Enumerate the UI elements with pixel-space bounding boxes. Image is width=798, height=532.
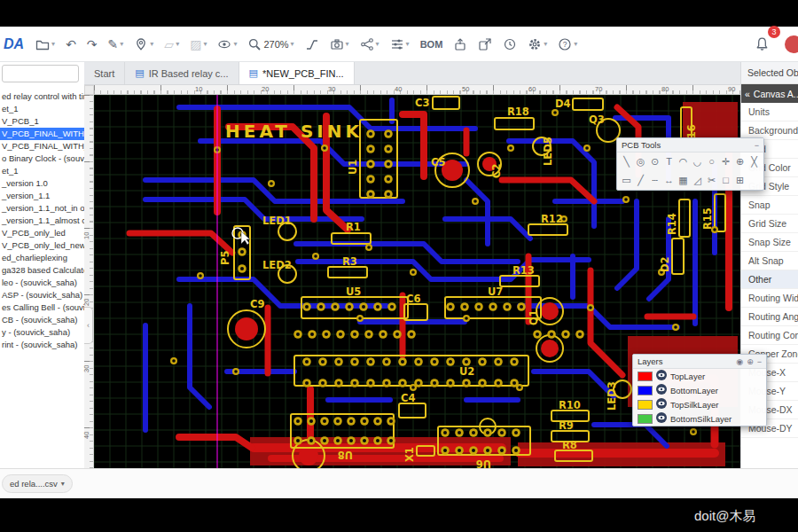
canvas-attributes-header[interactable]: « Canvas A...	[741, 84, 798, 103]
cut-icon[interactable]: ✂	[705, 173, 718, 188]
pcb-tools-titlebar[interactable]: PCB Tools −	[617, 138, 763, 153]
project-item[interactable]: CB - (souvick_saha)	[0, 314, 84, 326]
layer-row-bottomsilklayer[interactable]: BottomSilkLayer	[633, 411, 766, 426]
layer-row-topsilklayer[interactable]: TopSilkLayer	[633, 397, 766, 411]
export-button[interactable]	[449, 32, 472, 57]
layer-color-swatch[interactable]	[638, 386, 653, 395]
file-button[interactable]: ▾	[31, 32, 59, 57]
sidebar-collapse-handle[interactable]: ‹	[84, 307, 93, 344]
move-icon[interactable]: ✛	[719, 154, 732, 169]
dashed-line-icon[interactable]: ┄	[648, 173, 661, 188]
property-section-other[interactable]: Other	[741, 270, 798, 289]
layers-titlebar[interactable]: Layers ◉ ⊕ −	[633, 355, 766, 369]
project-item[interactable]: V_PCB_FINAL_WITH_CO	[0, 140, 84, 153]
project-item[interactable]: et_1	[0, 103, 84, 115]
image-icon[interactable]: ▦	[677, 173, 690, 188]
project-list: ed relay control with timeet_1V_PCB_1V_P…	[0, 89, 84, 351]
tab-start[interactable]: Start	[84, 62, 125, 84]
arc-cw-icon[interactable]: ◠	[677, 154, 690, 169]
view-button[interactable]: ▾	[213, 32, 241, 57]
project-item[interactable]: ga328 based Calculator -	[0, 264, 84, 277]
layer-row-bottomlayer[interactable]: BottomLayer	[633, 383, 766, 397]
property-row-units[interactable]: Units	[741, 103, 798, 121]
hole-icon[interactable]: □	[719, 173, 732, 188]
property-row-snap-size[interactable]: Snap Size	[741, 233, 798, 252]
decal-button[interactable]: ▱▾	[160, 32, 184, 57]
netlist-button[interactable]: ▾	[356, 32, 384, 57]
project-item[interactable]: V_PCB_FINAL_WITHOU	[0, 128, 84, 140]
via-icon[interactable]: ⊙	[648, 154, 661, 169]
project-search-input[interactable]	[2, 65, 79, 82]
project-item[interactable]: V_PCB_1	[0, 115, 84, 128]
project-item[interactable]: rint - (souvick_saha)	[0, 339, 84, 351]
tab-new-pcb-fin[interactable]: ▤*NEW_PCB_FIN...	[239, 62, 355, 84]
pcb-editor-canvas-area: 102030405060708090 10203040 C3D4R18Q3C5L…	[84, 85, 740, 468]
minimize-icon[interactable]: −	[755, 141, 759, 150]
project-item[interactable]: y - (souvick_saha)	[0, 326, 84, 339]
svg-text:C5: C5	[431, 156, 445, 168]
project-item[interactable]: et_1	[0, 165, 84, 177]
tab-ir-based-relay-c[interactable]: ▤IR Based relay c...	[125, 62, 239, 84]
layer-color-swatch[interactable]	[638, 414, 653, 424]
circle-icon[interactable]: ○	[705, 154, 718, 169]
redo-button[interactable]: ↷	[82, 32, 102, 57]
route-button[interactable]	[301, 32, 324, 57]
project-item[interactable]: o Binary Clock - (souvick	[0, 153, 84, 165]
project-item[interactable]: ASP - (souvick_saha)	[0, 289, 84, 301]
property-row-snap[interactable]: Snap	[741, 196, 798, 215]
dimension-icon[interactable]: ↔	[662, 173, 676, 188]
project-item[interactable]: ed relay control with time	[0, 90, 84, 103]
connection-icon[interactable]: ⊕	[733, 154, 747, 169]
chevron-up-icon[interactable]: ▾	[61, 480, 65, 488]
project-item[interactable]: _version 1.0	[0, 177, 84, 190]
draw-tools-button[interactable]: ✎▾	[104, 32, 129, 57]
project-item[interactable]: leo - (souvick_saha)	[0, 277, 84, 289]
layer-color-swatch[interactable]	[638, 400, 653, 410]
property-row-routing-width[interactable]: Routing Width	[741, 289, 798, 308]
ruler-label: 30	[82, 365, 90, 372]
snapshot-button[interactable]: ▾	[325, 32, 354, 57]
notifications-button[interactable]: 3	[750, 32, 774, 57]
layer-settings-icon[interactable]: ⊕	[747, 357, 754, 366]
selected-objects-header[interactable]: Selected Obj...	[741, 62, 798, 84]
line-icon[interactable]: ╱	[634, 173, 647, 188]
text-icon[interactable]: T	[662, 154, 676, 169]
project-item[interactable]: es Calling Bell - (souvick	[0, 301, 84, 314]
placement-button[interactable]: ▾	[129, 32, 158, 57]
project-item[interactable]: ed_charlieplexing	[0, 252, 84, 264]
protractor-icon[interactable]: ◿	[691, 173, 704, 188]
property-row-routing-conflict[interactable]: Routing Conflict	[741, 326, 798, 345]
rect-icon[interactable]: ▭	[620, 173, 633, 188]
downloaded-file-chip[interactable]: ed rela....csv ▾	[2, 474, 73, 493]
project-item[interactable]: V_PCB_only_led_new	[0, 239, 84, 252]
help-button[interactable]: ? ▾	[553, 32, 582, 57]
layer-visibility-toggle[interactable]	[656, 411, 667, 426]
delete-icon[interactable]: ╳	[747, 154, 761, 169]
pad-icon[interactable]: ◎	[634, 154, 647, 169]
property-row-routing-angle[interactable]: Routing Angle	[741, 308, 798, 326]
collapse-panel-icon[interactable]: «	[745, 89, 750, 99]
track-icon[interactable]: ╲	[620, 154, 633, 169]
bom-button[interactable]: BOM	[416, 32, 448, 57]
project-item[interactable]: _version_1.1	[0, 190, 84, 202]
project-item[interactable]: _version_1.1_almost con	[0, 215, 84, 227]
history-button[interactable]	[498, 32, 521, 57]
caret-down-icon: ▾	[176, 40, 179, 48]
zoom-control[interactable]: 270% ▾	[243, 32, 298, 57]
settings-button[interactable]: ▾	[523, 32, 552, 57]
property-row-alt-snap[interactable]: Alt Snap	[741, 252, 798, 270]
image-tools-button[interactable]: ▨▾	[185, 32, 211, 57]
project-item[interactable]: V_PCB_only_led	[0, 227, 84, 239]
undo-button[interactable]: ↶	[61, 32, 81, 57]
layer-color-swatch[interactable]	[638, 372, 653, 381]
design-rule-button[interactable]: ▾	[386, 32, 414, 57]
arc-ccw-icon[interactable]: ◡	[691, 154, 704, 169]
minimize-icon[interactable]: −	[757, 357, 762, 366]
pin-icon[interactable]: ◉	[736, 357, 743, 366]
panelize-icon[interactable]: ⊞	[733, 173, 747, 188]
layer-row-toplayer[interactable]: TopLayer	[633, 369, 766, 383]
share-button[interactable]	[473, 32, 497, 57]
avatar[interactable]	[785, 35, 798, 53]
project-item[interactable]: _version_1.1_not_in orde	[0, 202, 84, 215]
property-row-grid-size[interactable]: Grid Size	[741, 215, 798, 233]
